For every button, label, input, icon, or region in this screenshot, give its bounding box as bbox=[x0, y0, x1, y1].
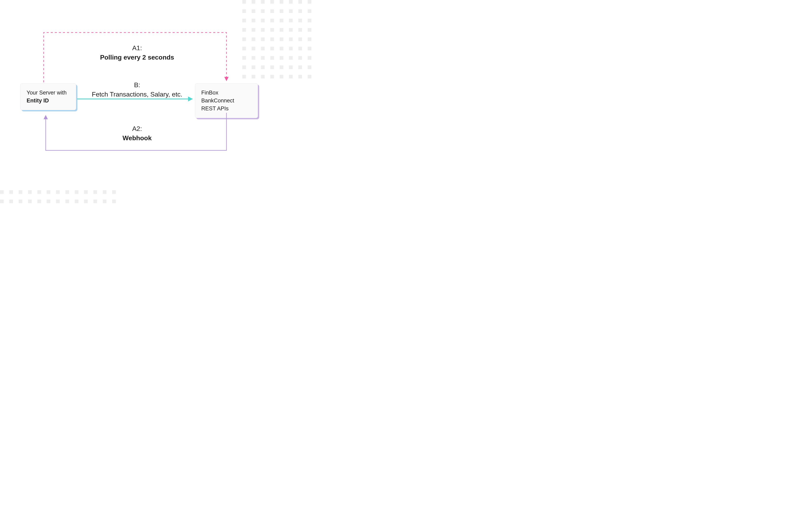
node-left-line1: Your Server with bbox=[27, 90, 67, 96]
node-finbox-apis: FinBox BankConnect REST APIs bbox=[195, 83, 258, 118]
label-a1: A1: Polling every 2 seconds bbox=[81, 43, 193, 62]
node-right-line2: REST APIs bbox=[201, 105, 229, 112]
label-a1-text: Polling every 2 seconds bbox=[100, 54, 174, 61]
label-b-tag: B: bbox=[134, 81, 140, 89]
decorative-dot-grid-bottom-left bbox=[0, 190, 116, 203]
label-a2: A2: Webhook bbox=[81, 124, 193, 143]
decorative-dot-grid-top-right bbox=[242, 0, 311, 78]
label-a1-tag: A1: bbox=[132, 44, 142, 52]
node-your-server: Your Server with Entity ID bbox=[20, 83, 76, 110]
label-b-text: Fetch Transactions, Salary, etc. bbox=[92, 91, 183, 98]
node-right-line1: FinBox BankConnect bbox=[201, 90, 234, 104]
node-left-line2: Entity ID bbox=[27, 98, 49, 104]
label-a2-text: Webhook bbox=[122, 134, 151, 142]
label-b: B: Fetch Transactions, Salary, etc. bbox=[81, 80, 193, 99]
label-a2-tag: A2: bbox=[132, 125, 142, 132]
